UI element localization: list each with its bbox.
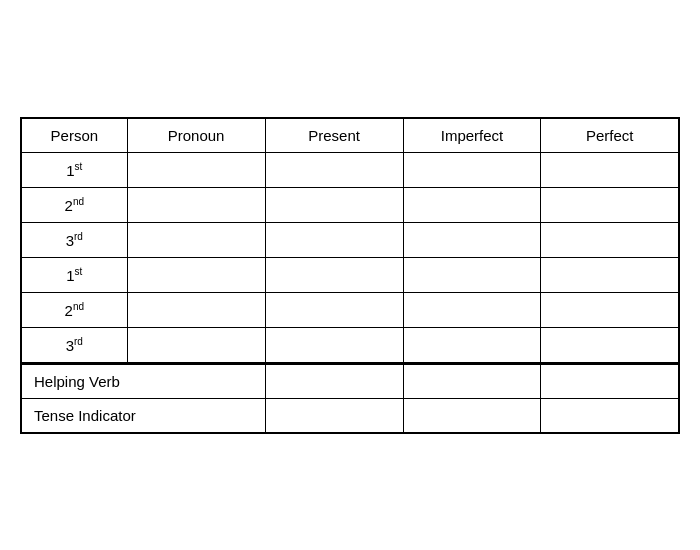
person-1st-sg: 1st <box>21 152 127 187</box>
present-3rd-sg <box>265 222 403 257</box>
pronoun-1st-pl <box>127 257 265 292</box>
table-row: 3rd <box>21 222 679 257</box>
imperfect-2nd-pl <box>403 292 541 327</box>
perfect-1st-pl <box>541 257 679 292</box>
header-present: Present <box>265 118 403 153</box>
pronoun-1st-sg <box>127 152 265 187</box>
table-row: 2nd <box>21 292 679 327</box>
perfect-1st-sg <box>541 152 679 187</box>
imperfect-3rd-sg <box>403 222 541 257</box>
table-row: 1st <box>21 152 679 187</box>
present-1st-sg <box>265 152 403 187</box>
imperfect-1st-pl <box>403 257 541 292</box>
header-imperfect: Imperfect <box>403 118 541 153</box>
tense-indicator-present <box>265 398 403 433</box>
pronoun-3rd-pl <box>127 327 265 363</box>
pronoun-2nd-pl <box>127 292 265 327</box>
perfect-3rd-sg <box>541 222 679 257</box>
header-person: Person <box>21 118 127 153</box>
perfect-2nd-sg <box>541 187 679 222</box>
header-row: Person Pronoun Present Imperfect Perfect <box>21 118 679 153</box>
table-row: 2nd <box>21 187 679 222</box>
person-2nd-sg: 2nd <box>21 187 127 222</box>
conjugation-table: Person Pronoun Present Imperfect Perfect… <box>20 117 680 434</box>
tense-indicator-row: Tense Indicator <box>21 398 679 433</box>
present-2nd-sg <box>265 187 403 222</box>
imperfect-1st-sg <box>403 152 541 187</box>
perfect-3rd-pl <box>541 327 679 363</box>
helping-verb-present <box>265 363 403 398</box>
tense-indicator-label: Tense Indicator <box>21 398 265 433</box>
tense-indicator-perfect <box>541 398 679 433</box>
header-pronoun: Pronoun <box>127 118 265 153</box>
imperfect-2nd-sg <box>403 187 541 222</box>
person-3rd-sg: 3rd <box>21 222 127 257</box>
helping-verb-imperfect <box>403 363 541 398</box>
present-3rd-pl <box>265 327 403 363</box>
table-container: Person Pronoun Present Imperfect Perfect… <box>20 117 680 434</box>
helping-verb-perfect <box>541 363 679 398</box>
person-3rd-pl: 3rd <box>21 327 127 363</box>
tense-indicator-imperfect <box>403 398 541 433</box>
helping-verb-label: Helping Verb <box>21 363 265 398</box>
imperfect-3rd-pl <box>403 327 541 363</box>
person-2nd-pl: 2nd <box>21 292 127 327</box>
present-2nd-pl <box>265 292 403 327</box>
present-1st-pl <box>265 257 403 292</box>
pronoun-3rd-sg <box>127 222 265 257</box>
table-row: 3rd <box>21 327 679 363</box>
pronoun-2nd-sg <box>127 187 265 222</box>
header-perfect: Perfect <box>541 118 679 153</box>
table-row: 1st <box>21 257 679 292</box>
perfect-2nd-pl <box>541 292 679 327</box>
person-1st-pl: 1st <box>21 257 127 292</box>
helping-verb-row: Helping Verb <box>21 363 679 398</box>
